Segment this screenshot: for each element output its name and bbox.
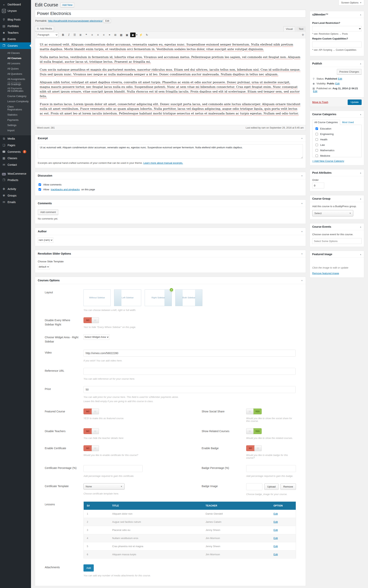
edit-status-link[interactable]: Edit xyxy=(338,77,342,80)
category-checkbox-engineering[interactable] xyxy=(315,133,318,135)
submenu-settings[interactable]: Settings xyxy=(0,123,31,128)
collapse-icon[interactable]: ▲ xyxy=(360,113,362,115)
sidebar-item-products[interactable]: ❒Products xyxy=(0,177,31,183)
collapse-icon[interactable]: ▲ xyxy=(360,14,362,16)
update-button[interactable]: Update xyxy=(348,100,362,105)
sidebar-item-events[interactable]: ▦Events xyxy=(0,36,31,42)
paragraph-format-select[interactable]: Paragraph xyxy=(37,32,58,37)
refresh-button[interactable]: ↻ xyxy=(144,33,149,37)
italic-button[interactable]: I xyxy=(66,33,72,37)
discussion-panel-header[interactable]: Discussion▲ xyxy=(35,172,306,179)
lesson-edit-link[interactable]: Edit xyxy=(274,537,278,540)
category-checkbox-health[interactable] xyxy=(315,138,318,141)
permalink-edit-button[interactable]: Edit xyxy=(103,19,111,23)
post-title-input[interactable] xyxy=(35,10,306,18)
submenu-all-questions[interactable]: All Questions xyxy=(0,71,31,76)
collapse-icon[interactable]: ▲ xyxy=(301,137,303,139)
collapse-icon[interactable]: ▲ xyxy=(301,279,303,281)
course-events-input[interactable] xyxy=(312,238,362,244)
price-input[interactable] xyxy=(83,386,295,393)
widget-area-select[interactable]: Select Widget Area xyxy=(83,334,110,340)
badge-image-input[interactable] xyxy=(246,483,262,490)
category-checkbox-law[interactable] xyxy=(315,144,318,146)
submenu-class-registrations[interactable]: Class Registrations xyxy=(0,104,31,112)
align-center-button[interactable]: ≡ xyxy=(95,33,101,37)
enable-badge-toggle[interactable]: NO||| xyxy=(246,445,262,451)
sidebar-item-groups[interactable]: ✾Groups xyxy=(0,192,31,199)
collapse-icon[interactable]: ▲ xyxy=(301,202,303,204)
permalink-url-link[interactable]: http://localhost/dt-lms/courses/power-el… xyxy=(48,19,102,22)
sidebar-item-contact[interactable]: ✉Contact xyxy=(0,162,31,168)
badge-percentage-input[interactable] xyxy=(246,465,296,472)
layout-option-left-sidebar[interactable]: Left Sidebar xyxy=(114,289,141,306)
course-events-panel-header[interactable]: Course Events▲ xyxy=(310,223,364,230)
collapse-icon[interactable]: ▲ xyxy=(301,174,303,177)
screen-options-button[interactable]: Screen Options ▼ xyxy=(339,0,364,5)
add-attachment-button[interactable]: Add xyxy=(83,564,94,571)
sidebar-item-courses[interactable]: ❐Courses xyxy=(0,42,31,49)
course-categories-panel-header[interactable]: Course Categories▲ xyxy=(310,111,364,118)
sidebar-item-dashboard[interactable]: ◒Dashboard xyxy=(0,1,31,8)
category-checkbox-education[interactable] xyxy=(315,127,318,130)
submenu-all-classes[interactable]: All Classes xyxy=(0,50,31,55)
toggle-handle[interactable]: ||| xyxy=(92,317,99,323)
shortcode-lightning-button[interactable]: ⚡ xyxy=(138,33,144,37)
excerpt-panel-header[interactable]: Excerpt▲ xyxy=(35,135,306,142)
sidebar-item-classes[interactable]: ▦Classes xyxy=(0,155,31,162)
sidebar-item-portfolios[interactable]: ▤Portfolios xyxy=(0,23,31,29)
slide-template-select[interactable]: default xyxy=(38,264,50,270)
chevron-down-icon[interactable]: ▾ xyxy=(136,33,138,36)
buddypress-group-select[interactable]: Select▼ xyxy=(312,210,353,217)
revolution-slider-shortcode-button[interactable]: ◆ xyxy=(130,33,136,37)
featured-image-panel-header[interactable]: Featured Image▲ xyxy=(310,251,364,258)
collapse-icon[interactable]: ▲ xyxy=(360,253,362,255)
submenu-statistics[interactable]: Statistics xyxy=(0,112,31,117)
submenu-import[interactable]: Import xyxy=(0,128,31,133)
add-comment-button[interactable]: Add comment xyxy=(38,209,58,215)
move-to-trash-link[interactable]: Move to Trash xyxy=(312,101,328,104)
manual-excerpts-link[interactable]: Learn more about manual excerpts. xyxy=(143,162,183,164)
author-select[interactable]: ram (ram) xyxy=(38,237,53,243)
toggle-handle[interactable]: ||| xyxy=(254,445,262,451)
sidebar-item-media[interactable]: ⧉Media xyxy=(0,135,31,142)
comments-panel-header[interactable]: Comments▲ xyxy=(35,200,306,207)
category-checkbox-medicine[interactable] xyxy=(315,154,318,157)
courses-options-panel-header[interactable]: Courses Options▲ xyxy=(35,277,306,284)
remove-featured-image-link[interactable]: Remove featured image xyxy=(312,272,339,275)
collapse-icon[interactable]: ▲ xyxy=(360,198,362,200)
submenu-all-lessons[interactable]: All Lessons xyxy=(0,61,31,66)
align-left-button[interactable]: ≡ xyxy=(90,33,95,37)
blockquote-button[interactable]: ❝ xyxy=(84,33,89,37)
submenu-payments[interactable]: Payments xyxy=(0,117,31,123)
submenu-course-category[interactable]: Course Category xyxy=(0,93,31,99)
collapse-icon[interactable]: ▲ xyxy=(360,226,362,228)
sidebar-item-blog-posts[interactable]: ⚲Blog Posts xyxy=(0,16,31,23)
disable-teachers-toggle[interactable]: NO||| xyxy=(83,428,99,434)
revolution-slider-panel-header[interactable]: Revolution Slider Options▲ xyxy=(35,250,306,257)
order-input[interactable] xyxy=(312,182,324,188)
tab-text[interactable]: Text xyxy=(296,26,306,31)
sidebar-item-activity[interactable]: ✤Activity xyxy=(0,186,31,192)
layout-option-right-sidebar[interactable]: Right Sidebar✔ xyxy=(145,289,172,306)
preview-changes-button[interactable]: Preview Changes xyxy=(337,69,362,74)
tab-all-course-categories[interactable]: All Course Categories xyxy=(312,120,340,125)
trackbacks-pingbacks-link[interactable]: trackbacks and pingbacks xyxy=(51,188,80,191)
bold-button[interactable]: B xyxy=(60,33,66,37)
submenu-all-quizes[interactable]: All Quizes xyxy=(0,66,31,71)
allow-trackbacks-checkbox[interactable] xyxy=(38,188,41,191)
numbered-list-button[interactable]: ≣ xyxy=(78,33,83,37)
toggle-handle[interactable]: ||| xyxy=(246,408,254,414)
sidebar-item-unyson[interactable]: UUnyson xyxy=(0,8,31,14)
author-panel-header[interactable]: Author▲ xyxy=(35,228,306,235)
toggle-handle[interactable]: ||| xyxy=(246,428,254,434)
disable-sidebar-toggle[interactable]: NO||| xyxy=(83,317,99,323)
submenu-all-assignments[interactable]: All Assignments xyxy=(0,76,31,82)
reference-url-input[interactable] xyxy=(83,368,295,375)
bullet-list-button[interactable]: ☰ xyxy=(72,33,77,37)
add-media-button[interactable]: ⧉ Add Media xyxy=(35,26,54,31)
certificate-template-select[interactable]: None▼ xyxy=(83,483,125,490)
video-url-input[interactable] xyxy=(83,350,295,357)
badge-image-remove-button[interactable]: Remove xyxy=(280,483,296,490)
toggle-handle[interactable]: ||| xyxy=(92,408,99,414)
lesson-edit-link[interactable]: Edit xyxy=(274,553,278,556)
